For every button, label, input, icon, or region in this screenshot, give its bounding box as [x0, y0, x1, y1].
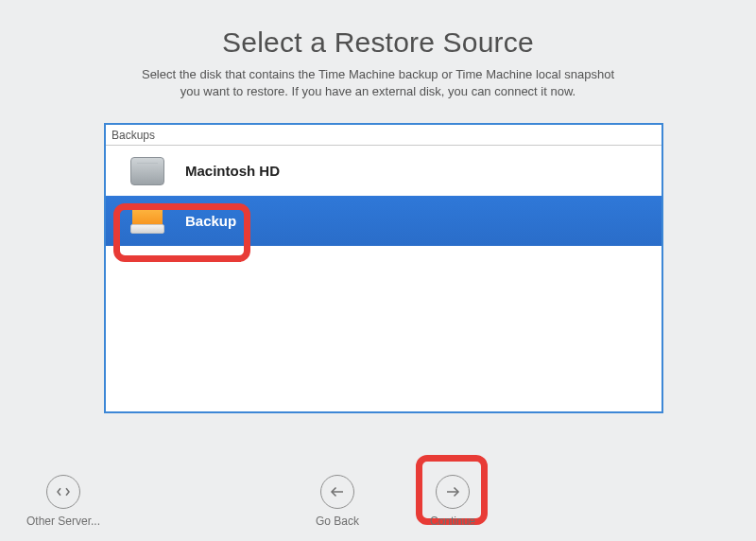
other-server-label: Other Server...: [21, 515, 106, 528]
subtitle-line-1: Select the disk that contains the Time M…: [142, 67, 614, 81]
source-row-macintosh-hd[interactable]: Macintosh HD: [106, 146, 662, 196]
source-row-backup[interactable]: Backup: [106, 196, 662, 246]
network-icon: [46, 475, 80, 509]
page-title: Select a Restore Source: [0, 26, 756, 59]
go-back-button[interactable]: Go Back: [295, 475, 380, 528]
backup-source-panel: Backups Macintosh HD Backup: [104, 123, 663, 413]
continue-button[interactable]: Continue: [410, 475, 495, 528]
subtitle-line-2: you want to restore. If you have an exte…: [180, 84, 576, 98]
continue-label: Continue: [410, 515, 495, 528]
internal-hdd-icon: [127, 153, 168, 189]
source-row-label: Backup: [185, 213, 236, 229]
backup-source-list: Macintosh HD Backup: [106, 146, 662, 246]
source-row-label: Macintosh HD: [185, 163, 280, 179]
section-header-backups: Backups: [106, 125, 662, 146]
go-back-label: Go Back: [295, 515, 380, 528]
arrow-right-icon: [436, 475, 470, 509]
footer-toolbar: Other Server... Go Back Continue: [0, 460, 756, 528]
external-drive-icon: [127, 203, 168, 239]
other-server-button[interactable]: Other Server...: [21, 475, 106, 528]
page-subtitle: Select the disk that contains the Time M…: [0, 66, 756, 99]
arrow-left-icon: [320, 475, 354, 509]
